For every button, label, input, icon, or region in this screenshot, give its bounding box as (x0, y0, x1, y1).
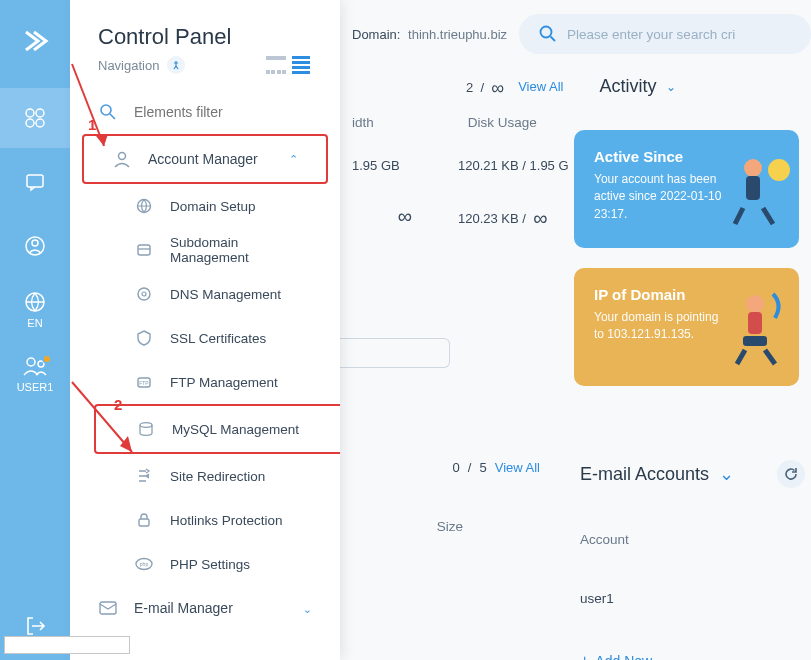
partial-select[interactable] (340, 338, 450, 368)
search-box[interactable]: Please enter your search cri (519, 14, 811, 54)
rail-lang[interactable]: EN (0, 280, 70, 340)
rail-user-label: USER1 (17, 381, 54, 393)
logo-icon (18, 24, 52, 58)
count2-current: 0 (453, 460, 460, 475)
email-user-cell[interactable]: user1 (580, 591, 811, 606)
svg-point-1 (36, 109, 44, 117)
dns-icon (134, 284, 154, 304)
annotation-arrow-2 (70, 380, 160, 470)
mail-icon (98, 598, 118, 618)
domain-value[interactable]: thinh.trieuphu.biz (408, 27, 507, 42)
svg-point-27 (746, 295, 764, 313)
nav-php-label: PHP Settings (170, 557, 250, 572)
main-content: Domain: thinh.trieuphu.biz Please enter … (340, 0, 811, 660)
rail-apps[interactable] (0, 88, 70, 148)
notification-dot (42, 354, 52, 364)
count2-total: 5 (479, 460, 486, 475)
domain-label: Domain: thinh.trieuphu.biz (352, 27, 507, 42)
subdomain-icon (134, 240, 154, 260)
grid-view-icon[interactable] (266, 56, 286, 74)
svg-point-0 (26, 109, 34, 117)
col-size: Size (340, 519, 560, 534)
nav-dns-label: DNS Management (170, 287, 281, 302)
svg-rect-19 (139, 519, 149, 526)
nav-title: Control Panel (98, 24, 312, 50)
add-new-button[interactable]: + Add New (580, 652, 811, 660)
globe-icon (134, 196, 154, 216)
icon-rail: EN USER1 (0, 0, 70, 660)
svg-point-14 (138, 288, 150, 300)
rail-user[interactable]: USER1 (0, 344, 70, 404)
nav-hotlink-label: Hotlinks Protection (170, 513, 283, 528)
ip-domain-card[interactable]: IP of Domain Your domain is pointing to … (574, 268, 799, 386)
pin-icon[interactable] (167, 56, 185, 74)
svg-marker-31 (120, 436, 132, 452)
nav-ssl[interactable]: SSL Certificates (106, 316, 340, 360)
nav-ftp-label: FTP Management (170, 375, 278, 390)
nav-domain-setup[interactable]: Domain Setup (106, 184, 340, 228)
col-bandwidth: idth (352, 115, 374, 130)
view-all-link-1[interactable]: View All (518, 79, 563, 94)
nav-ssl-label: SSL Certificates (170, 331, 266, 346)
search-icon (539, 25, 557, 43)
svg-rect-22 (100, 602, 116, 614)
email-accounts-title[interactable]: E-mail Accounts (580, 464, 709, 485)
svg-point-3 (36, 119, 44, 127)
svg-point-24 (744, 159, 762, 177)
refresh-icon[interactable] (777, 460, 805, 488)
rail-lang-label: EN (27, 317, 42, 329)
nav-subdomain-label: Subdomain Management (170, 235, 312, 265)
shield-icon (134, 328, 154, 348)
svg-text:php: php (140, 561, 149, 567)
search-placeholder: Please enter your search cri (567, 27, 735, 42)
svg-point-2 (26, 119, 34, 127)
nav-mysql-label: MySQL Management (172, 422, 299, 437)
chevron-down-icon: ⌄ (719, 463, 734, 485)
svg-rect-29 (743, 336, 767, 346)
chevron-up-icon: ⌃ (289, 153, 298, 166)
active-since-card[interactable]: Active Since Your account has been activ… (574, 130, 799, 248)
php-icon: php (134, 554, 154, 574)
domain-label-text: Domain: (352, 27, 400, 42)
list-view-icon[interactable] (292, 56, 312, 74)
bottom-input[interactable] (4, 636, 130, 654)
svg-point-15 (142, 292, 146, 296)
nav-subdomain[interactable]: Subdomain Management (106, 228, 340, 272)
nav-redir-label: Site Redirection (170, 469, 265, 484)
annotation-num-1: 1 (88, 116, 96, 133)
svg-point-6 (32, 240, 38, 246)
card-illustration-icon (723, 148, 793, 228)
rail-chat[interactable] (0, 152, 70, 212)
card-body: Your domain is pointing to 103.121.91.13… (594, 309, 724, 344)
activity-title[interactable]: Activity ⌄ (599, 76, 676, 97)
svg-point-26 (768, 159, 790, 181)
card-illustration-icon (723, 286, 793, 366)
svg-rect-28 (748, 312, 762, 334)
lock-icon (134, 510, 154, 530)
svg-rect-13 (138, 245, 150, 255)
view-all-link-2[interactable]: View All (495, 460, 540, 475)
card-body: Your account has been active since 2022-… (594, 171, 724, 223)
svg-marker-30 (96, 134, 108, 146)
svg-point-23 (541, 27, 552, 38)
chevron-down-icon: ⌄ (666, 80, 676, 94)
svg-point-8 (27, 358, 35, 366)
col-disk: Disk Usage (468, 115, 537, 130)
nav-email-label: E-mail Manager (134, 600, 233, 616)
annotation-arrow-1 (70, 62, 170, 162)
annotation-num-2: 2 (114, 396, 122, 413)
chevron-down-icon: ⌃ (303, 602, 312, 615)
svg-rect-25 (746, 176, 760, 200)
col-account: Account (580, 532, 811, 547)
nav-php[interactable]: php PHP Settings (106, 542, 340, 586)
lower-left: 0 / 5 View All Size (340, 460, 560, 660)
nav-hotlink[interactable]: Hotlinks Protection (106, 498, 340, 542)
count-1: 2 / ∞ (466, 76, 504, 97)
nav-email-manager[interactable]: E-mail Manager ⌃ (70, 586, 340, 630)
nav-dns[interactable]: DNS Management (106, 272, 340, 316)
svg-rect-4 (27, 175, 43, 187)
rail-user-icon[interactable] (0, 216, 70, 276)
nav-list: Account Manager ⌃ Domain Setup Subdomain… (70, 86, 340, 650)
nav-domain-label: Domain Setup (170, 199, 256, 214)
